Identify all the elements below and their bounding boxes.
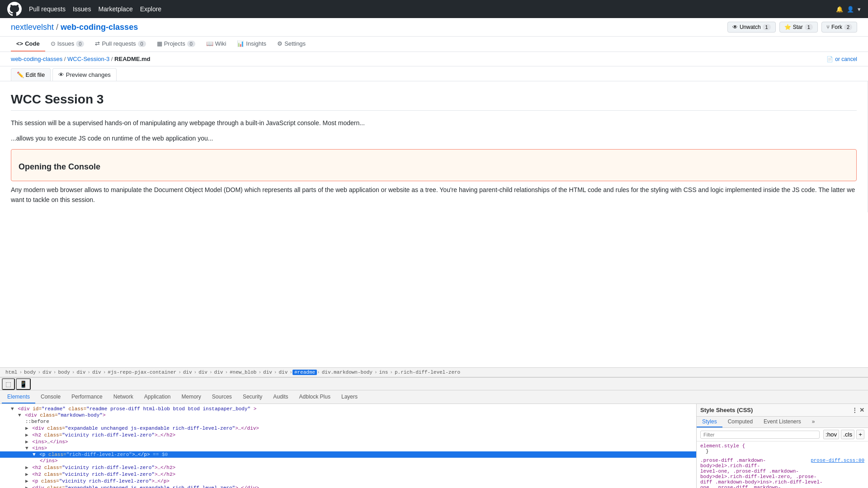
file-breadcrumb: web-coding-classes / WCC-Session-3 / REA… [11,56,151,62]
cancel-link[interactable]: or cancel [835,56,857,62]
tab-code[interactable]: <> Code [11,37,45,52]
github-nav: Pull requests Issues Marketplace Explore… [0,0,868,18]
settings-icon: ⚙ [277,40,283,47]
code-icon: <> [16,40,23,47]
file-actions: 📄 or cancel [826,56,857,62]
pr-icon: ⇄ [95,40,100,47]
fork-button[interactable]: ⑂ Fork 2 [821,22,857,33]
projects-icon: ▦ [157,40,162,47]
repo-name-link[interactable]: web-coding-classes [61,23,138,32]
repo-actions: 👁 Unwatch 1 ⭐ Star 1 ⑂ Fork 2 [727,22,857,33]
preview-body: ...allows you to execute JS code on runt… [11,133,857,143]
nav-marketplace[interactable]: Marketplace [98,5,132,13]
tab-pull-requests[interactable]: ⇄ Pull requests 0 [90,37,151,52]
nav-explore[interactable]: Explore [140,5,161,13]
preview-intro: This session will be a supervised hands-… [11,118,857,128]
tab-wiki[interactable]: 📖 Wiki [201,37,232,52]
breadcrumb-file: README.md [114,56,150,62]
preview-title: WCC Session 3 [11,92,857,111]
diff-section: Opening the Console [11,149,857,181]
breadcrumb-repo[interactable]: web-coding-classes [11,56,62,62]
wiki-icon: 📖 [206,40,213,47]
notification-icon[interactable]: 🔔 [836,6,843,13]
tab-insights[interactable]: 📊 Insights [231,37,272,52]
issues-icon: ⊙ [51,40,56,47]
tab-settings[interactable]: ⚙ Settings [272,37,311,52]
repo-header: nextlevelsht / web-coding-classes 👁 Unwa… [0,18,868,37]
nav-pull-requests[interactable]: Pull requests [29,5,66,13]
github-logo-icon[interactable] [7,2,22,16]
user-icon[interactable]: 👤 [847,6,854,13]
nav-right-icons: 🔔 👤 ▾ [836,6,861,13]
editor-tabs: ✏️ Edit file 👁 Preview changes [0,66,868,81]
fork-icon: ⑂ [826,24,830,30]
tab-issues[interactable]: ⊙ Issues 0 [45,37,90,52]
file-header: web-coding-classes / WCC-Session-3 / REA… [0,52,868,66]
insights-icon: 📊 [237,40,244,47]
breadcrumb-session[interactable]: WCC-Session-3 [67,56,109,62]
star-icon: ⭐ [784,24,791,30]
nav-issues[interactable]: Issues [73,5,91,13]
preview-changes-tab[interactable]: 👁 Preview changes [52,68,117,81]
chevron-down-icon[interactable]: ▾ [858,6,861,13]
star-button[interactable]: ⭐ Star 1 [779,22,818,33]
repo-path: nextlevelsht / web-coding-classes [11,23,138,32]
file-icon: 📄 [826,56,833,62]
preview-area: WCC Session 3 This session will be a sup… [0,81,868,212]
tab-projects[interactable]: ▦ Projects 0 [151,37,201,52]
watch-button[interactable]: 👁 Unwatch 1 [727,22,776,33]
diff-section-title: Opening the Console [19,162,849,172]
repo-tabs: <> Code ⊙ Issues 0 ⇄ Pull requests 0 ▦ P… [0,37,868,52]
repo-path-separator: / [56,23,61,32]
watch-icon: 👁 [732,24,738,30]
preview-section-body: Any modern web browser allows to manipul… [11,185,857,205]
repo-owner-link[interactable]: nextlevelsht [11,23,54,32]
edit-file-tab[interactable]: ✏️ Edit file [11,68,51,81]
